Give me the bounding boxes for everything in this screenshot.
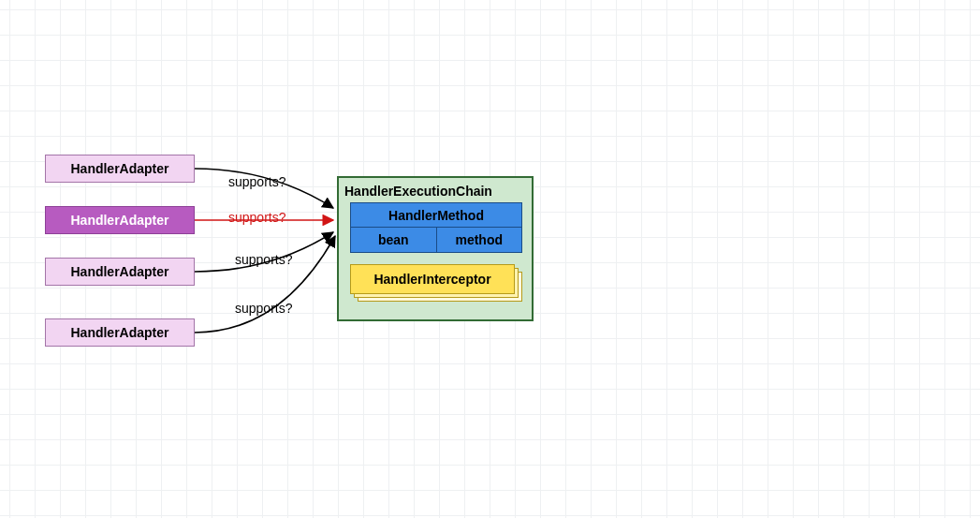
handler-adapter-1-label: HandlerAdapter xyxy=(70,161,168,176)
handler-method-method: method xyxy=(437,228,522,252)
handler-adapter-4-label: HandlerAdapter xyxy=(70,325,168,340)
handler-adapter-2[interactable]: HandlerAdapter xyxy=(45,206,195,234)
handler-method-title: HandlerMethod xyxy=(351,203,521,228)
edge-label-4: supports? xyxy=(235,301,292,316)
handler-interceptor: HandlerInterceptor xyxy=(350,264,515,294)
handler-interceptor-stack: HandlerInterceptor xyxy=(350,264,522,302)
chain-title: HandlerExecutionChain xyxy=(344,184,492,199)
handler-adapter-3[interactable]: HandlerAdapter xyxy=(45,258,195,286)
handler-adapter-4[interactable]: HandlerAdapter xyxy=(45,318,195,347)
handler-adapter-2-label: HandlerAdapter xyxy=(70,213,168,228)
handler-execution-chain: HandlerExecutionChain HandlerMethod bean… xyxy=(337,176,534,321)
handler-method-box: HandlerMethod bean method xyxy=(350,202,522,253)
handler-method-row: bean method xyxy=(351,228,521,252)
edge-label-1: supports? xyxy=(228,174,285,189)
edge-label-3: supports? xyxy=(235,252,292,267)
handler-adapter-1[interactable]: HandlerAdapter xyxy=(45,155,195,183)
handler-method-bean: bean xyxy=(351,228,437,252)
handler-interceptor-label: HandlerInterceptor xyxy=(373,272,490,287)
edge-label-2: supports? xyxy=(228,210,285,225)
handler-adapter-3-label: HandlerAdapter xyxy=(70,264,168,279)
